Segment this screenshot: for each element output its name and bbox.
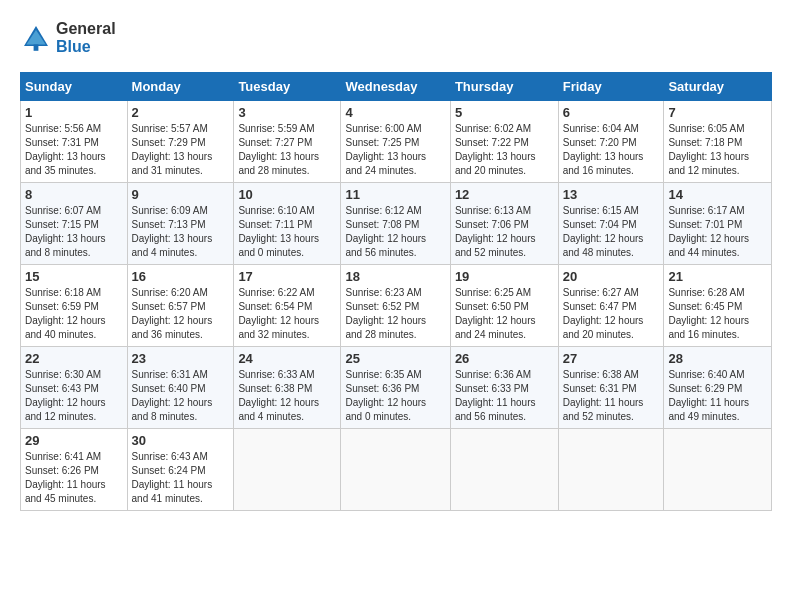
day-info: Sunrise: 6:30 AM Sunset: 6:43 PM Dayligh…: [25, 368, 123, 424]
calendar-cell: 10Sunrise: 6:10 AM Sunset: 7:11 PM Dayli…: [234, 183, 341, 265]
day-info: Sunrise: 6:33 AM Sunset: 6:38 PM Dayligh…: [238, 368, 336, 424]
calendar-cell: 15Sunrise: 6:18 AM Sunset: 6:59 PM Dayli…: [21, 265, 128, 347]
day-info: Sunrise: 6:27 AM Sunset: 6:47 PM Dayligh…: [563, 286, 660, 342]
day-info: Sunrise: 5:56 AM Sunset: 7:31 PM Dayligh…: [25, 122, 123, 178]
calendar-header-tuesday: Tuesday: [234, 73, 341, 101]
calendar-cell: 3Sunrise: 5:59 AM Sunset: 7:27 PM Daylig…: [234, 101, 341, 183]
day-info: Sunrise: 6:18 AM Sunset: 6:59 PM Dayligh…: [25, 286, 123, 342]
day-info: Sunrise: 6:36 AM Sunset: 6:33 PM Dayligh…: [455, 368, 554, 424]
calendar-cell: 6Sunrise: 6:04 AM Sunset: 7:20 PM Daylig…: [558, 101, 664, 183]
day-number: 7: [668, 105, 767, 120]
calendar-cell: [234, 429, 341, 511]
calendar-cell: 9Sunrise: 6:09 AM Sunset: 7:13 PM Daylig…: [127, 183, 234, 265]
day-number: 3: [238, 105, 336, 120]
day-number: 26: [455, 351, 554, 366]
day-number: 24: [238, 351, 336, 366]
day-info: Sunrise: 6:00 AM Sunset: 7:25 PM Dayligh…: [345, 122, 445, 178]
day-number: 16: [132, 269, 230, 284]
calendar-cell: 27Sunrise: 6:38 AM Sunset: 6:31 PM Dayli…: [558, 347, 664, 429]
day-number: 28: [668, 351, 767, 366]
calendar-cell: 26Sunrise: 6:36 AM Sunset: 6:33 PM Dayli…: [450, 347, 558, 429]
day-info: Sunrise: 6:41 AM Sunset: 6:26 PM Dayligh…: [25, 450, 123, 506]
day-info: Sunrise: 6:12 AM Sunset: 7:08 PM Dayligh…: [345, 204, 445, 260]
day-number: 29: [25, 433, 123, 448]
calendar-cell: 23Sunrise: 6:31 AM Sunset: 6:40 PM Dayli…: [127, 347, 234, 429]
day-info: Sunrise: 6:22 AM Sunset: 6:54 PM Dayligh…: [238, 286, 336, 342]
day-info: Sunrise: 6:09 AM Sunset: 7:13 PM Dayligh…: [132, 204, 230, 260]
day-number: 30: [132, 433, 230, 448]
calendar-cell: 25Sunrise: 6:35 AM Sunset: 6:36 PM Dayli…: [341, 347, 450, 429]
calendar-cell: 28Sunrise: 6:40 AM Sunset: 6:29 PM Dayli…: [664, 347, 772, 429]
day-number: 18: [345, 269, 445, 284]
day-info: Sunrise: 6:02 AM Sunset: 7:22 PM Dayligh…: [455, 122, 554, 178]
day-info: Sunrise: 6:31 AM Sunset: 6:40 PM Dayligh…: [132, 368, 230, 424]
day-number: 2: [132, 105, 230, 120]
calendar-cell: 30Sunrise: 6:43 AM Sunset: 6:24 PM Dayli…: [127, 429, 234, 511]
svg-rect-2: [34, 44, 39, 50]
day-info: Sunrise: 6:35 AM Sunset: 6:36 PM Dayligh…: [345, 368, 445, 424]
calendar-header-monday: Monday: [127, 73, 234, 101]
calendar-cell: 12Sunrise: 6:13 AM Sunset: 7:06 PM Dayli…: [450, 183, 558, 265]
calendar-header-friday: Friday: [558, 73, 664, 101]
logo: General Blue: [20, 20, 116, 56]
day-number: 27: [563, 351, 660, 366]
day-info: Sunrise: 5:59 AM Sunset: 7:27 PM Dayligh…: [238, 122, 336, 178]
calendar-cell: [450, 429, 558, 511]
day-number: 25: [345, 351, 445, 366]
day-info: Sunrise: 6:10 AM Sunset: 7:11 PM Dayligh…: [238, 204, 336, 260]
day-number: 5: [455, 105, 554, 120]
calendar-week-row: 1Sunrise: 5:56 AM Sunset: 7:31 PM Daylig…: [21, 101, 772, 183]
logo-icon: [20, 22, 52, 54]
day-number: 8: [25, 187, 123, 202]
day-number: 15: [25, 269, 123, 284]
logo-text: General Blue: [56, 20, 116, 56]
calendar-cell: 4Sunrise: 6:00 AM Sunset: 7:25 PM Daylig…: [341, 101, 450, 183]
day-number: 11: [345, 187, 445, 202]
calendar-cell: 13Sunrise: 6:15 AM Sunset: 7:04 PM Dayli…: [558, 183, 664, 265]
calendar-header-row: SundayMondayTuesdayWednesdayThursdayFrid…: [21, 73, 772, 101]
day-number: 13: [563, 187, 660, 202]
calendar-cell: 2Sunrise: 5:57 AM Sunset: 7:29 PM Daylig…: [127, 101, 234, 183]
day-info: Sunrise: 6:13 AM Sunset: 7:06 PM Dayligh…: [455, 204, 554, 260]
day-number: 9: [132, 187, 230, 202]
calendar-cell: 16Sunrise: 6:20 AM Sunset: 6:57 PM Dayli…: [127, 265, 234, 347]
day-info: Sunrise: 6:43 AM Sunset: 6:24 PM Dayligh…: [132, 450, 230, 506]
calendar-week-row: 8Sunrise: 6:07 AM Sunset: 7:15 PM Daylig…: [21, 183, 772, 265]
day-info: Sunrise: 6:38 AM Sunset: 6:31 PM Dayligh…: [563, 368, 660, 424]
calendar-cell: 18Sunrise: 6:23 AM Sunset: 6:52 PM Dayli…: [341, 265, 450, 347]
calendar-cell: 14Sunrise: 6:17 AM Sunset: 7:01 PM Dayli…: [664, 183, 772, 265]
day-number: 6: [563, 105, 660, 120]
day-number: 20: [563, 269, 660, 284]
day-info: Sunrise: 6:07 AM Sunset: 7:15 PM Dayligh…: [25, 204, 123, 260]
day-number: 21: [668, 269, 767, 284]
calendar-cell: 17Sunrise: 6:22 AM Sunset: 6:54 PM Dayli…: [234, 265, 341, 347]
day-number: 1: [25, 105, 123, 120]
calendar-cell: 24Sunrise: 6:33 AM Sunset: 6:38 PM Dayli…: [234, 347, 341, 429]
calendar-cell: 8Sunrise: 6:07 AM Sunset: 7:15 PM Daylig…: [21, 183, 128, 265]
calendar-cell: [664, 429, 772, 511]
calendar-week-row: 29Sunrise: 6:41 AM Sunset: 6:26 PM Dayli…: [21, 429, 772, 511]
day-info: Sunrise: 6:15 AM Sunset: 7:04 PM Dayligh…: [563, 204, 660, 260]
day-number: 23: [132, 351, 230, 366]
day-info: Sunrise: 6:40 AM Sunset: 6:29 PM Dayligh…: [668, 368, 767, 424]
day-info: Sunrise: 6:20 AM Sunset: 6:57 PM Dayligh…: [132, 286, 230, 342]
day-number: 10: [238, 187, 336, 202]
day-info: Sunrise: 6:04 AM Sunset: 7:20 PM Dayligh…: [563, 122, 660, 178]
calendar-cell: 20Sunrise: 6:27 AM Sunset: 6:47 PM Dayli…: [558, 265, 664, 347]
calendar-cell: [558, 429, 664, 511]
day-info: Sunrise: 6:05 AM Sunset: 7:18 PM Dayligh…: [668, 122, 767, 178]
calendar-week-row: 22Sunrise: 6:30 AM Sunset: 6:43 PM Dayli…: [21, 347, 772, 429]
day-info: Sunrise: 6:17 AM Sunset: 7:01 PM Dayligh…: [668, 204, 767, 260]
day-number: 4: [345, 105, 445, 120]
page-header: General Blue: [20, 20, 772, 56]
day-number: 12: [455, 187, 554, 202]
calendar-cell: 7Sunrise: 6:05 AM Sunset: 7:18 PM Daylig…: [664, 101, 772, 183]
calendar-cell: 11Sunrise: 6:12 AM Sunset: 7:08 PM Dayli…: [341, 183, 450, 265]
calendar-header-saturday: Saturday: [664, 73, 772, 101]
day-info: Sunrise: 5:57 AM Sunset: 7:29 PM Dayligh…: [132, 122, 230, 178]
calendar-cell: 29Sunrise: 6:41 AM Sunset: 6:26 PM Dayli…: [21, 429, 128, 511]
calendar-cell: [341, 429, 450, 511]
calendar-week-row: 15Sunrise: 6:18 AM Sunset: 6:59 PM Dayli…: [21, 265, 772, 347]
calendar-cell: 22Sunrise: 6:30 AM Sunset: 6:43 PM Dayli…: [21, 347, 128, 429]
day-info: Sunrise: 6:28 AM Sunset: 6:45 PM Dayligh…: [668, 286, 767, 342]
